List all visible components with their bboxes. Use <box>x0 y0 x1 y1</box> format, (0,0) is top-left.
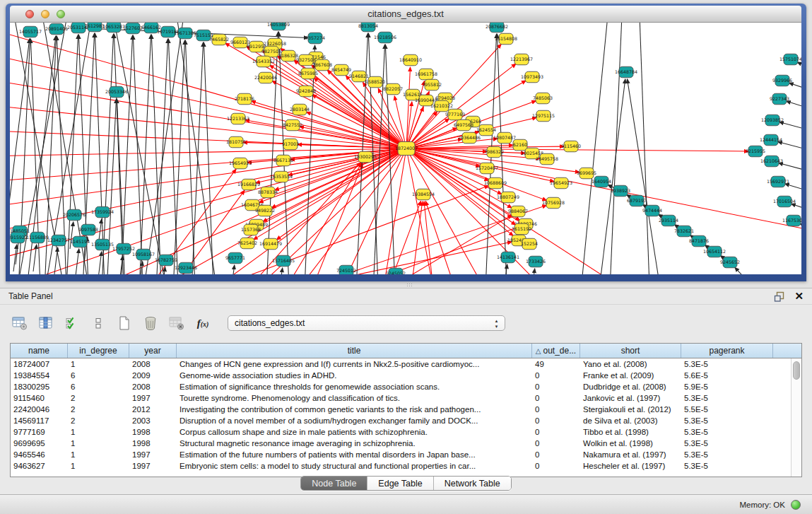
divider-grip-icon[interactable] <box>406 283 413 286</box>
graph-edge[interactable] <box>10 23 406 148</box>
table-cell: Nakamura et al. (1997) <box>580 449 681 460</box>
float-panel-icon[interactable] <box>774 291 784 302</box>
table-cell: 2003 <box>129 415 177 426</box>
graph-edge[interactable] <box>735 267 751 274</box>
table-cell: 2008 <box>129 381 177 392</box>
graph-edge[interactable] <box>640 23 650 274</box>
delete-table-icon[interactable] <box>167 314 187 332</box>
table-cell: 0 <box>532 404 580 415</box>
graph-edge[interactable] <box>789 83 801 93</box>
graph-edge[interactable] <box>297 226 519 274</box>
graph-edge[interactable] <box>279 268 283 274</box>
graph-edge[interactable] <box>231 265 235 274</box>
table-panel-title: Table Panel <box>8 291 53 301</box>
graph-node-label: 16210322 <box>430 103 453 108</box>
graph-edge[interactable] <box>779 163 801 174</box>
table-vertical-scrollbar[interactable] <box>791 358 801 477</box>
graph-node-label: 16543352 <box>252 59 275 64</box>
table-row[interactable]: 969969511998Structural magnetic resonanc… <box>11 438 791 449</box>
graph-edge[interactable] <box>609 23 622 274</box>
table-cell: 9699695 <box>11 438 68 449</box>
table-cell: 5.3E-5 <box>681 392 773 404</box>
graph-node-label: 20206576 <box>63 212 86 217</box>
graph-edge[interactable] <box>579 23 608 274</box>
graph-edge[interactable] <box>531 269 535 274</box>
graph-edge[interactable] <box>212 242 512 274</box>
table-cell: 5.5E-5 <box>681 404 773 415</box>
tab-edge-table[interactable]: Edge Table <box>367 477 433 490</box>
graph-edge[interactable] <box>155 39 168 274</box>
graph-node-label: 9777169 <box>445 112 465 117</box>
graph-node-label: 19166829 <box>237 182 260 187</box>
graph-edge[interactable] <box>791 204 801 214</box>
close-panel-icon[interactable]: ✕ <box>794 291 804 301</box>
column-header-year[interactable]: year <box>129 344 177 358</box>
table-selector-dropdown[interactable]: citations_edges.txt ▲▼ <box>228 315 505 331</box>
graph-edge[interactable] <box>276 148 406 240</box>
column-header-in-degree[interactable]: in_degree <box>68 344 129 358</box>
graph-edge[interactable] <box>797 62 801 72</box>
graph-edge[interactable] <box>177 186 489 274</box>
graph-node-label: 16961758 <box>415 71 437 76</box>
column-header-name[interactable]: name <box>11 344 68 358</box>
table-cell: 1997 <box>129 392 177 404</box>
graph-edge[interactable] <box>778 142 801 153</box>
toggle-rows-icon[interactable] <box>88 314 108 332</box>
table-cell: Franke et al. (2009) <box>580 370 681 381</box>
graph-node-label: 8427552 <box>283 122 302 127</box>
column-header-title[interactable]: title <box>177 344 532 358</box>
table-cell: 5.3E-5 <box>681 358 773 370</box>
graph-edge[interactable] <box>76 249 79 274</box>
graph-edge[interactable] <box>787 101 801 112</box>
table-row[interactable]: 1872400712008Changes of HCN gene express… <box>11 358 791 370</box>
create-column-icon[interactable] <box>114 314 134 332</box>
table-row[interactable]: 911546021997Tourette syndrome. Phenomeno… <box>11 392 791 404</box>
graph-node-label: 9115460 <box>561 144 581 148</box>
network-window-titlebar[interactable]: citations_edges.txt <box>10 6 801 23</box>
table-cell: Corpus callosum shape and size in male p… <box>177 426 532 438</box>
show-column-icon[interactable] <box>36 314 56 332</box>
graph-edge[interactable] <box>98 252 102 274</box>
table-row[interactable]: 2242004622012Investigating the contribut… <box>11 404 791 415</box>
graph-node-label: 1810755 <box>226 139 246 144</box>
table-row[interactable]: 1830029562008Estimation of significance … <box>11 381 791 392</box>
panel-divider[interactable] <box>0 281 812 288</box>
table-cell: 0 <box>532 460 580 472</box>
table-row[interactable]: 946554611997Estimation of the future num… <box>11 449 791 460</box>
graph-node-label: 14055717 <box>19 29 42 34</box>
column-header-short[interactable]: short <box>580 344 681 358</box>
table-cell: 1997 <box>129 460 177 472</box>
tab-node-table[interactable]: Node Table <box>301 477 367 490</box>
graph-node-label: 17359924 <box>91 209 114 214</box>
network-canvas[interactable]: 1872400774658229660123891295423226058982… <box>10 23 801 274</box>
graph-edge[interactable] <box>628 79 663 274</box>
graph-edge[interactable] <box>172 40 185 274</box>
graph-node-label: 9329966 <box>772 78 792 83</box>
graph-edge[interactable] <box>779 122 801 133</box>
graph-edge[interactable] <box>168 39 179 274</box>
table-mode-icon[interactable] <box>10 314 30 332</box>
graph-edge[interactable] <box>191 42 204 274</box>
scrollbar-thumb[interactable] <box>793 361 800 380</box>
select-columns-icon[interactable] <box>62 314 82 332</box>
column-header-out-de[interactable]: △out_de... <box>532 344 580 358</box>
graph-edge[interactable] <box>10 100 406 148</box>
table-cell: 9463627 <box>11 460 68 472</box>
graph-node-label: 14136141 <box>497 255 519 259</box>
graph-edge[interactable] <box>785 184 801 194</box>
graph-node-label: 17016504 <box>773 199 796 204</box>
function-builder-icon[interactable]: f(x) <box>193 314 213 332</box>
column-header-pagerank[interactable]: pagerank <box>681 344 773 358</box>
table-row[interactable]: 1456911722003Disruption of a novel membe… <box>11 415 791 426</box>
graph-node-label: 7465822 <box>209 37 229 42</box>
network-window[interactable]: citations_edges.txt 18724007746582296601… <box>6 4 806 281</box>
tab-network-table[interactable]: Network Table <box>433 477 511 490</box>
delete-column-icon[interactable] <box>141 314 160 332</box>
table-row[interactable]: 1938455462009Genome-wide association stu… <box>11 370 791 381</box>
table-row[interactable]: 946362711997Embryonic stem cells: a mode… <box>11 460 791 472</box>
table-cell: 1997 <box>129 449 177 460</box>
graph-node-label: 20876682 <box>486 24 508 29</box>
sort-ascending-icon: △ <box>536 347 541 355</box>
table-row[interactable]: 977716911998Corpus callosum shape and si… <box>11 426 791 438</box>
network-canvas-svg[interactable]: 1872400774658229660123891295423226058982… <box>10 23 801 274</box>
